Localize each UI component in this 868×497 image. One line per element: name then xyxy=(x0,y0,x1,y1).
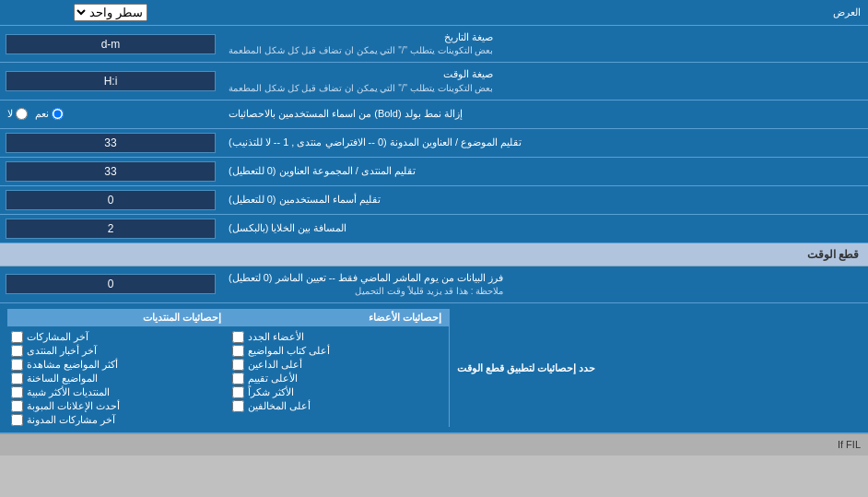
checkbox-top-inviters[interactable] xyxy=(232,359,244,371)
checkbox-most-viewed[interactable] xyxy=(11,359,23,371)
date-format-label: صيغة التاريخ بعض التكوينات يتطلب "/" الت… xyxy=(221,26,868,62)
bottom-text: If FIL xyxy=(838,439,861,450)
checkbox-popular-forums[interactable] xyxy=(11,386,23,398)
usernames-input[interactable]: 0 xyxy=(6,190,216,210)
members-items: الأعضاء الجدد أعلى كتاب المواضيع أعلى ال… xyxy=(229,330,449,413)
bold-remove-label: إزالة نمط بولد (Bold) من اسماء المستخدمي… xyxy=(221,101,868,128)
list-item: المنتديات الأكثر شبية xyxy=(7,385,229,399)
forums-items: آخر المشاركات آخر أخبار المنتدى أكثر الم… xyxy=(7,330,229,427)
date-format-row: صيغة التاريخ بعض التكوينات يتطلب "/" الت… xyxy=(0,26,868,63)
list-item: الأعضاء الجدد xyxy=(229,330,449,344)
bold-remove-input-wrap: نعم لا xyxy=(0,101,221,128)
radio-no-label: لا xyxy=(7,108,28,120)
main-container: العرض سطر واحد سطران صيغة التاريخ بعض ال… xyxy=(0,0,868,456)
checkbox-hot-topics[interactable] xyxy=(11,373,23,385)
checkbox-top-rated[interactable] xyxy=(232,373,244,385)
topic-title-input[interactable]: 33 xyxy=(6,133,216,153)
list-item: آخر المشاركات xyxy=(7,330,229,344)
checkbox-top-violators[interactable] xyxy=(232,400,244,412)
checkbox-new-members[interactable] xyxy=(232,331,244,343)
radio-yes[interactable] xyxy=(52,108,64,120)
list-item: المواضيع الساخنة xyxy=(7,372,229,385)
cutoff-row: فرز البيانات من يوم الماشر الماضي فقط --… xyxy=(0,266,868,303)
list-item: أعلى كتاب المواضيع xyxy=(229,344,449,358)
time-format-input-wrap: H:i xyxy=(0,63,221,99)
cell-spacing-input-wrap: 2 xyxy=(0,215,221,243)
checkbox-latest-ads[interactable] xyxy=(11,400,23,412)
list-item: أعلى المخالفين xyxy=(229,399,449,413)
usernames-label: تقليم أسماء المستخدمين (0 للتعطيل) xyxy=(221,186,868,214)
checkbox-last-posts[interactable] xyxy=(11,331,23,343)
list-item: أكثر المواضيع مشاهدة xyxy=(7,358,229,372)
list-item: أحدث الإعلانات المبوبة xyxy=(7,399,229,413)
display-mode-row: العرض سطر واحد سطران xyxy=(0,0,868,26)
forum-title-row: تقليم المنتدى / المجموعة العناوين (0 للت… xyxy=(0,158,868,186)
forum-title-label: تقليم المنتدى / المجموعة العناوين (0 للت… xyxy=(221,158,868,185)
date-format-input[interactable]: d-m xyxy=(6,34,216,54)
checkbox-col-forums: إحصائيات المنتديات آخر المشاركات آخر أخب… xyxy=(7,309,229,427)
list-item: آخر مشاركات المدونة xyxy=(7,413,229,427)
checkbox-last-news[interactable] xyxy=(11,345,23,357)
list-item: آخر أخبار المنتدى xyxy=(7,344,229,358)
radio-yes-label: نعم xyxy=(35,108,64,120)
usernames-input-wrap: 0 xyxy=(0,186,221,214)
radio-no[interactable] xyxy=(16,108,28,120)
checkbox-col-members: إحصائيات الأعضاء الأعضاء الجدد أعلى كتاب… xyxy=(229,309,450,427)
forum-title-input-wrap: 33 xyxy=(0,158,221,185)
time-format-row: صيغة الوقت بعض التكوينات يتطلب "/" التي … xyxy=(0,63,868,100)
forum-title-input[interactable]: 33 xyxy=(6,161,216,182)
topic-title-input-wrap: 33 xyxy=(0,129,221,157)
list-item: الأعلى تقييم xyxy=(229,372,449,385)
list-item: الأكثر شكراً xyxy=(229,385,449,399)
checkboxes-section-label: حدد إحصائيات لتطبيق قطع الوقت xyxy=(457,362,595,374)
checkboxes-section: حدد إحصائيات لتطبيق قطع الوقت إحصائيات ا… xyxy=(0,303,868,433)
date-format-input-wrap: d-m xyxy=(0,26,221,62)
cutoff-section-header: قطع الوقت xyxy=(0,243,868,266)
bold-remove-row: إزالة نمط بولد (Bold) من اسماء المستخدمي… xyxy=(0,101,868,129)
cell-spacing-label: المسافة بين الخلايا (بالبكسل) xyxy=(221,215,868,243)
cell-spacing-input[interactable]: 2 xyxy=(6,219,216,239)
usernames-row: تقليم أسماء المستخدمين (0 للتعطيل) 0 xyxy=(0,186,868,215)
checkbox-top-posters[interactable] xyxy=(232,345,244,357)
cutoff-input-wrap: 0 xyxy=(0,266,221,302)
forums-header: إحصائيات المنتديات xyxy=(7,309,229,326)
members-header: إحصائيات الأعضاء xyxy=(229,309,449,326)
time-format-input[interactable]: H:i xyxy=(6,71,216,91)
topic-title-row: تقليم الموضوع / العناوين المدونة (0 -- ا… xyxy=(0,129,868,158)
display-mode-input[interactable]: سطر واحد سطران xyxy=(0,0,221,25)
checkbox-most-thanked[interactable] xyxy=(232,386,244,398)
list-item: أعلى الداعين xyxy=(229,358,449,372)
display-mode-label: العرض xyxy=(221,2,868,23)
topic-title-label: تقليم الموضوع / العناوين المدونة (0 -- ا… xyxy=(221,129,868,157)
bottom-bar: If FIL xyxy=(0,433,868,456)
time-format-label: صيغة الوقت بعض التكوينات يتطلب "/" التي … xyxy=(221,63,868,99)
checkbox-last-blog-posts[interactable] xyxy=(11,414,23,426)
display-mode-select[interactable]: سطر واحد سطران xyxy=(74,4,147,21)
cutoff-input[interactable]: 0 xyxy=(6,274,216,294)
cell-spacing-row: المسافة بين الخلايا (بالبكسل) 2 xyxy=(0,215,868,243)
cutoff-label: فرز البيانات من يوم الماشر الماضي فقط --… xyxy=(221,266,868,302)
